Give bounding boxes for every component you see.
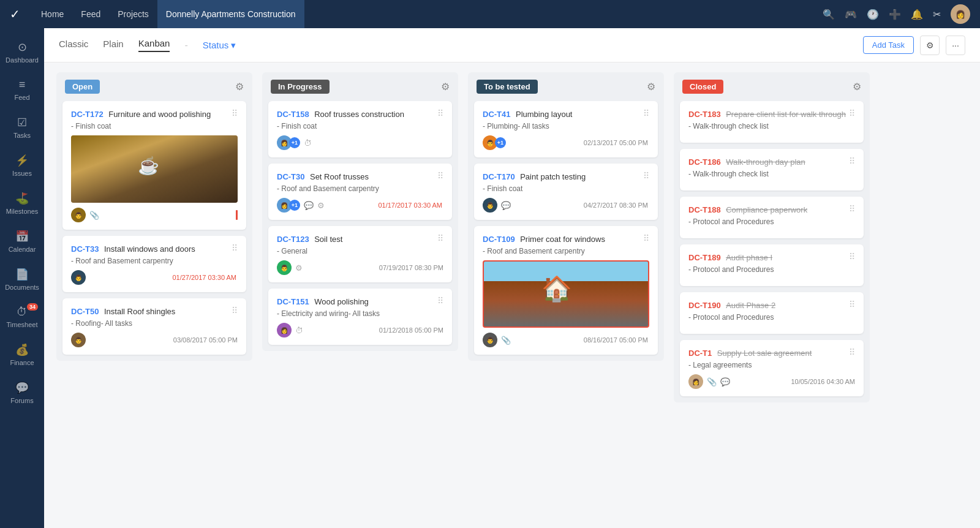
sidebar-item-calendar[interactable]: 📅 Calendar (0, 224, 44, 259)
drag-handle[interactable]: ⠿ (643, 171, 649, 181)
card-header-dc-t188: DC-T188 Compliance paperwork ⠿ (688, 204, 855, 215)
card-id-dc-t172[interactable]: DC-T172 (71, 110, 104, 119)
attachment-icon[interactable]: 📎 (707, 377, 717, 387)
column-settings-tested[interactable]: ⚙ (647, 81, 655, 92)
column-settings-inprogress[interactable]: ⚙ (441, 81, 450, 92)
column-settings-closed[interactable]: ⚙ (853, 81, 861, 92)
card-footer-dc-t172: 👨 📎 (71, 208, 238, 222)
card-title-dc-t172: Furniture and wood polishing (108, 110, 211, 119)
date-container (233, 210, 238, 220)
timer-icon[interactable]: ⏱ (304, 138, 312, 148)
more-options-btn[interactable]: ··· (946, 36, 965, 55)
gear-icon[interactable]: ⚙ (295, 263, 303, 273)
tasks-icon: ☑ (17, 116, 27, 129)
sidebar-item-timesheet[interactable]: ⏱ 34 Timesheet (0, 300, 44, 334)
card-id-dc-t151[interactable]: DC-T151 (277, 297, 309, 306)
column-tobetested: To be tested ⚙ DC-T41 Plumbing layout ⠿ (468, 72, 664, 361)
avatar: 👨 (71, 270, 86, 285)
attachment-icon[interactable]: 📎 (501, 336, 511, 345)
column-header-inprogress: In Progress ⚙ (262, 72, 458, 101)
gamepad-icon[interactable]: 🎮 (845, 9, 857, 20)
card-id-dc-t158[interactable]: DC-T158 (277, 110, 309, 119)
add-task-button[interactable]: Add Task (863, 36, 914, 54)
search-icon[interactable]: 🔍 (823, 9, 835, 20)
drag-handle[interactable]: ⠿ (437, 108, 443, 118)
date-text: 08/16/2017 05:00 PM (584, 336, 648, 344)
nav-feed[interactable]: Feed (72, 0, 109, 28)
card-id-dc-t1[interactable]: DC-T1 (688, 349, 712, 358)
clock-icon[interactable]: 🕐 (867, 9, 879, 20)
card-id-dc-t109[interactable]: DC-T109 (483, 235, 515, 244)
drag-handle[interactable]: ⠿ (643, 108, 649, 118)
logo-icon[interactable]: ✓ (10, 7, 20, 21)
drag-handle[interactable]: ⠿ (232, 306, 238, 315)
sidebar-label-feed: Feed (14, 94, 29, 101)
card-dc-t170: DC-T170 Paint patch testing ⠿ - Finish c… (474, 164, 658, 220)
sidebar-item-milestones[interactable]: ⛳ Milestones (0, 186, 44, 221)
drag-handle[interactable]: ⠿ (849, 108, 855, 118)
status-filter-btn[interactable]: Status ▾ (203, 40, 236, 51)
drag-handle[interactable]: ⠿ (849, 300, 855, 309)
date-text: 04/27/2017 08:30 PM (584, 202, 648, 209)
card-footer-dc-t41: 👨 +1 02/13/2017 05:00 PM (483, 135, 649, 150)
comment-icon[interactable]: 💬 (720, 377, 730, 387)
drag-handle[interactable]: ⠿ (232, 243, 238, 253)
card-id-dc-t50[interactable]: DC-T50 (71, 307, 99, 316)
card-id-dc-t186[interactable]: DC-T186 (688, 157, 721, 167)
drag-handle[interactable]: ⠿ (849, 347, 855, 357)
sidebar-item-documents[interactable]: 📄 Documents (0, 262, 44, 297)
card-id-dc-t41[interactable]: DC-T41 (483, 110, 511, 119)
attachment-icon[interactable]: 📎 (89, 211, 99, 220)
add-icon[interactable]: ➕ (889, 9, 901, 20)
card-id-dc-t190[interactable]: DC-T190 (688, 301, 721, 310)
toolbar-right: Add Task ⚙ ··· (863, 36, 965, 55)
card-header-dc-t186: DC-T186 Walk-through day plan ⠿ (688, 156, 855, 167)
drag-handle[interactable]: ⠿ (849, 252, 855, 262)
drag-handle[interactable]: ⠿ (437, 233, 443, 243)
avatar: 👩 (277, 323, 292, 338)
sidebar-label-documents: Documents (5, 284, 39, 291)
timesheet-icon: ⏱ (17, 306, 28, 319)
drag-handle[interactable]: ⠿ (849, 156, 855, 166)
card-id-dc-t189[interactable]: DC-T189 (688, 253, 721, 262)
comment-icon[interactable]: 💬 (304, 201, 314, 210)
drag-handle[interactable]: ⠿ (437, 171, 443, 181)
timer-icon[interactable]: ⏱ (295, 326, 303, 335)
card-id-dc-t188[interactable]: DC-T188 (688, 205, 721, 214)
sidebar-item-forums[interactable]: 💬 Forums (0, 375, 44, 410)
tab-classic[interactable]: Classic (59, 39, 88, 51)
sidebar-item-finance[interactable]: 💰 Finance (0, 337, 44, 372)
footer-right: 10/05/2016 04:30 AM (791, 378, 855, 385)
tab-plain[interactable]: Plain (103, 39, 123, 51)
drag-handle[interactable]: ⠿ (437, 296, 443, 306)
drag-handle[interactable]: ⠿ (232, 108, 238, 118)
filter-icon-btn[interactable]: ⚙ (920, 36, 940, 55)
sidebar-item-dashboard[interactable]: ⊙ Dashboard (0, 34, 44, 70)
sidebar-item-issues[interactable]: ⚡ Issues (0, 148, 44, 183)
red-indicator (236, 210, 238, 220)
nav-projects[interactable]: Projects (109, 0, 157, 28)
comment-icon[interactable]: 💬 (501, 201, 511, 210)
card-footer-dc-t1: 👩 📎 💬 10/05/2016 04:30 AM (688, 374, 855, 389)
drag-handle[interactable]: ⠿ (643, 233, 649, 243)
scissors-icon[interactable]: ✂ (933, 9, 941, 20)
card-id-dc-t183[interactable]: DC-T183 (688, 110, 721, 119)
card-id-dc-t30[interactable]: DC-T30 (277, 172, 305, 181)
drag-handle[interactable]: ⠿ (849, 204, 855, 214)
sidebar-item-tasks[interactable]: ☑ Tasks (0, 110, 44, 145)
column-settings-open[interactable]: ⚙ (235, 81, 244, 92)
card-image-dc-t109 (483, 260, 649, 328)
card-subtitle-dc-t190: - Protocol and Procedures (688, 313, 855, 322)
nav-active-project[interactable]: Donnelly Apartments Construction (157, 0, 304, 28)
nav-home[interactable]: Home (32, 0, 72, 28)
card-id-dc-t33[interactable]: DC-T33 (71, 244, 99, 254)
user-avatar[interactable]: 👩 (951, 4, 970, 24)
tab-kanban[interactable]: Kanban (138, 38, 170, 52)
gear-icon[interactable]: ⚙ (317, 201, 325, 210)
sidebar-item-feed[interactable]: ≡ Feed (0, 72, 44, 107)
card-id-dc-t170[interactable]: DC-T170 (483, 172, 515, 181)
card-title-dc-t30: Set Roof trusses (310, 172, 369, 181)
card-id-dc-t123[interactable]: DC-T123 (277, 235, 309, 244)
bell-icon[interactable]: 🔔 (911, 9, 923, 20)
avatar: 👨 (483, 333, 497, 347)
